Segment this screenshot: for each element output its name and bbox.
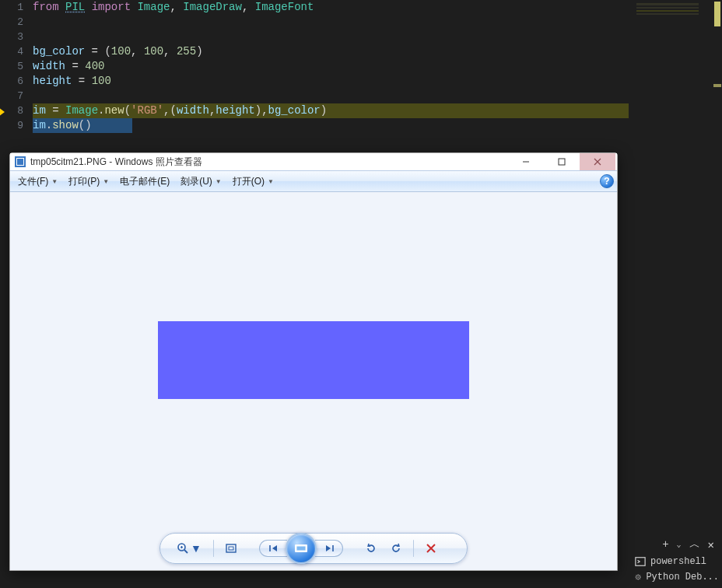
separator (213, 540, 214, 557)
debug-icon (635, 572, 641, 583)
magnifier-icon (177, 542, 189, 555)
code-line[interactable]: 1 from PIL import Image, ImageDraw, Imag… (0, 0, 630, 15)
prev-image-button[interactable] (259, 540, 287, 557)
minimap-content (636, 3, 699, 26)
maximize-button[interactable] (544, 153, 580, 170)
chevron-down-icon: ▼ (191, 542, 202, 555)
terminal-entry-python-debug[interactable]: Python Deb... (632, 569, 719, 585)
line-number: 9 (0, 118, 33, 133)
line-number: 5 (0, 59, 33, 74)
split-terminal-icon[interactable]: ⌄ (677, 540, 682, 549)
rotate-cw-icon (390, 542, 402, 555)
svg-point-2 (637, 576, 639, 578)
code-line[interactable]: 6 height = 100 (0, 74, 630, 89)
svg-rect-5 (226, 544, 236, 552)
chevron-down-icon: ▼ (51, 178, 58, 185)
line-number: 7 (0, 89, 33, 103)
minimize-button[interactable] (508, 153, 544, 170)
breakpoint-current-icon (0, 107, 5, 117)
svg-rect-8 (297, 547, 306, 551)
close-button[interactable] (580, 153, 615, 170)
chevron-down-icon: ▼ (268, 178, 274, 185)
next-icon (324, 544, 335, 553)
svg-rect-3 (559, 159, 565, 165)
slideshow-button[interactable] (286, 533, 317, 564)
code-line-current[interactable]: 8 im = Image.new('RGB',(width,height),bg… (0, 103, 630, 118)
slideshow-icon (293, 543, 309, 554)
line-number: 4 (0, 44, 33, 59)
code-line[interactable]: 7 (0, 89, 630, 103)
code-line[interactable]: 4 bg_color = (100, 100, 255) (0, 44, 630, 59)
minimap[interactable] (633, 2, 711, 530)
chevron-down-icon: ▼ (103, 178, 109, 185)
titlebar[interactable]: tmp05citm21.PNG - Windows 照片查看器 (10, 153, 617, 170)
rotate-ccw-icon (365, 542, 377, 555)
scrollbar-marker (713, 84, 721, 87)
menubar: 文件(F)▼ 打印(P)▼ 电子邮件(E) 刻录(U)▼ 打开(O)▼ ? (10, 170, 617, 192)
rotate-ccw-button[interactable] (360, 537, 382, 559)
prev-icon (268, 544, 279, 553)
fit-window-icon (225, 542, 237, 555)
displayed-image (158, 321, 469, 399)
close-panel-icon[interactable]: ✕ (708, 538, 714, 551)
menu-open[interactable]: 打开(O)▼ (228, 173, 279, 190)
powershell-icon (635, 556, 646, 567)
code-line[interactable]: 9 im.show() (0, 118, 630, 133)
viewer-toolbar: ▼ (159, 533, 468, 564)
line-number: 6 (0, 74, 33, 89)
terminal-entry-powershell[interactable]: powershell (632, 554, 719, 569)
line-number: 1 (0, 0, 33, 15)
next-image-button[interactable] (315, 540, 343, 557)
zoom-button[interactable]: ▼ (171, 537, 207, 559)
menu-print[interactable]: 打印(P)▼ (64, 173, 114, 190)
line-number: 2 (0, 15, 33, 30)
help-icon[interactable]: ? (600, 174, 614, 188)
terminal-panel: + ⌄ ︿ ✕ powershell Python Deb... (632, 535, 719, 588)
menu-email[interactable]: 电子邮件(E) (115, 173, 174, 190)
menu-file[interactable]: 文件(F)▼ (13, 173, 62, 190)
app-icon (15, 156, 26, 167)
separator (413, 540, 414, 557)
fit-window-button[interactable] (220, 537, 242, 559)
terminal-label: powershell (650, 556, 706, 567)
photo-viewer-window: tmp05citm21.PNG - Windows 照片查看器 文件(F)▼ 打… (9, 152, 618, 571)
chevron-down-icon: ▼ (216, 178, 222, 185)
rotate-cw-button[interactable] (385, 537, 407, 559)
delete-button[interactable] (420, 537, 442, 559)
code-line[interactable]: 3 (0, 30, 630, 44)
code-line[interactable]: 2 (0, 15, 630, 30)
code-line[interactable]: 5 width = 400 (0, 59, 630, 74)
new-terminal-icon[interactable]: + (662, 538, 668, 551)
image-canvas[interactable]: ▼ (10, 192, 617, 570)
chevron-up-icon[interactable]: ︿ (689, 537, 700, 551)
scrollbar-thumb[interactable] (714, 2, 720, 26)
window-title: tmp05citm21.PNG - Windows 照片查看器 (30, 156, 508, 169)
menu-burn[interactable]: 刻录(U)▼ (176, 173, 226, 190)
svg-rect-6 (229, 547, 233, 550)
delete-icon (425, 542, 437, 555)
terminal-label: Python Deb... (646, 572, 719, 583)
line-number: 8 (0, 103, 33, 118)
line-number: 3 (0, 30, 33, 44)
